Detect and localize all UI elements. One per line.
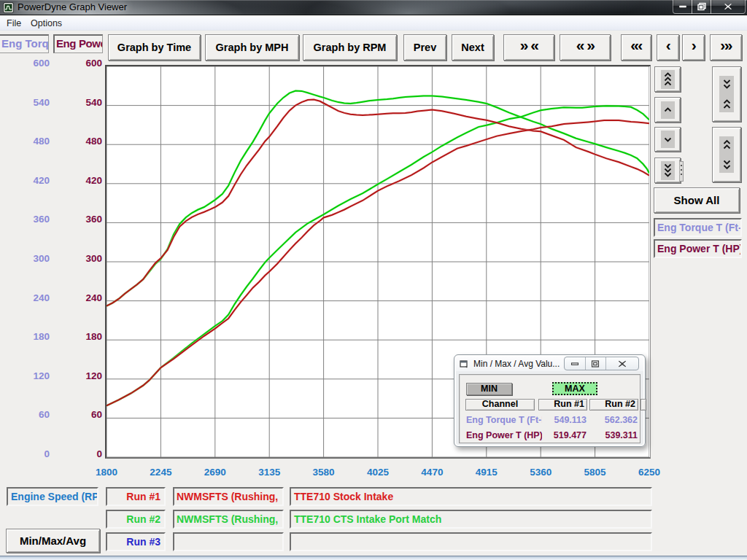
run1-desc-box: TTE710 Stock Intake (290, 487, 652, 506)
graph-by-time-button[interactable]: Graph by Time (108, 34, 201, 61)
x-tick-rpm: 6250 (619, 467, 680, 478)
chevron-up-icon (661, 101, 675, 119)
chevrons-compress-icon (719, 76, 734, 112)
minmax-torque-run1-value: 549.113 (538, 415, 587, 425)
compress-y-button[interactable] (712, 66, 741, 122)
app-logo-icon (3, 2, 14, 13)
minimize-button[interactable] (673, 0, 692, 14)
title-bar: PowerDyne Graph Viewer (0, 0, 747, 15)
channel-box-torque[interactable]: Eng Torque T (Ft-Lbs) (654, 218, 742, 237)
minmax-window[interactable]: Min / Max / Avg Valu... MIN MAX Channel … (454, 354, 646, 447)
x-tick-rpm: 2690 (185, 467, 246, 478)
y-tick-torque: 120 (0, 371, 50, 381)
scroll-up-fast-button[interactable] (654, 66, 681, 92)
chevron-down-icon (661, 131, 675, 148)
minmax-window-controls (564, 357, 639, 370)
max-toggle-button[interactable]: MAX (552, 382, 597, 395)
expand-y-button[interactable] (712, 127, 741, 182)
run2-label-box: Run #2 (106, 510, 166, 529)
tab-eng-torque[interactable]: Eng Torque T (0, 34, 49, 53)
minmax-row-power-label: Eng Power T (HP) (466, 430, 542, 440)
close-icon (724, 3, 732, 11)
y-tick-power: 180 (51, 332, 102, 342)
y-tick-torque: 300 (0, 254, 50, 264)
chevron-triple-up-icon (661, 70, 675, 89)
minmax-row-torque-label: Eng Torque T (Ft-Lbs) (466, 415, 542, 425)
min-toggle-button[interactable]: MIN (466, 383, 512, 395)
scroll-left-button[interactable]: ‹ (657, 34, 679, 61)
menu-file[interactable]: File (4, 18, 23, 29)
hidden-control-sliver (680, 161, 684, 182)
scroll-right-button[interactable]: › (682, 34, 705, 61)
minmax-torque-run2-value: 562.362 (589, 415, 638, 425)
x-tick-rpm: 5360 (510, 467, 571, 478)
x-tick-rpm: 4915 (456, 467, 517, 478)
app-window: PowerDyne Graph Viewer File Options Eng … (0, 0, 747, 560)
channel-box-power[interactable]: Eng Power T (HP) (654, 239, 742, 258)
y-tick-power: 480 (51, 136, 102, 147)
y-tick-torque: 60 (0, 410, 50, 420)
column-header-run1[interactable]: Run #1 (538, 399, 587, 411)
zoom-out-x-button[interactable]: « » (560, 34, 611, 61)
y-tick-power: 540 (51, 98, 102, 108)
zoom-in-x-button[interactable]: » « (503, 34, 554, 61)
show-all-button[interactable]: Show All (654, 187, 740, 213)
scroll-down-fast-button[interactable] (654, 158, 681, 183)
run3-desc-box (290, 532, 652, 551)
scroll-down-button[interactable] (654, 127, 681, 152)
scroll-far-right-button[interactable]: ›» (710, 34, 742, 61)
menu-options[interactable]: Options (28, 18, 64, 29)
run1-label-box: Run #1 (106, 487, 166, 506)
y-tick-torque: 360 (0, 214, 50, 225)
prev-button[interactable]: Prev (403, 34, 446, 61)
y-tick-torque: 480 (0, 136, 50, 147)
minmax-power-run2-value: 539.311 (589, 430, 638, 440)
x-tick-rpm: 2245 (130, 467, 191, 478)
y-tick-torque: 180 (0, 332, 50, 342)
minmax-restore-button[interactable] (585, 357, 606, 370)
y-tick-power: 600 (51, 58, 102, 69)
scroll-far-left-button[interactable]: «‹ (621, 34, 651, 61)
run2-desc-box: TTE710 CTS Intake Port Match (290, 510, 652, 529)
window-bottom-edge (0, 556, 747, 560)
y-tick-torque: 540 (0, 98, 50, 108)
minmax-window-icon (460, 359, 468, 368)
x-tick-rpm: 3135 (239, 467, 300, 478)
close-button[interactable] (711, 0, 746, 14)
minmax-power-run1-value: 519.477 (538, 430, 587, 440)
y-tick-torque: 600 (0, 58, 50, 69)
minmax-close-button[interactable] (605, 357, 638, 370)
minmax-body: MIN MAX Channel Run #1 Run #2 Eng Torque… (459, 374, 640, 443)
column-header-run2[interactable]: Run #2 (589, 399, 638, 411)
chevrons-expand-icon (719, 136, 734, 173)
y-tick-torque: 420 (0, 176, 50, 186)
minmax-window-title: Min / Max / Avg Valu... (473, 359, 560, 369)
x-tick-rpm: 5805 (565, 467, 626, 478)
restore-icon (697, 2, 706, 11)
window-title: PowerDyne Graph Viewer (18, 1, 127, 12)
restore-button[interactable] (692, 0, 711, 14)
y-tick-torque: 240 (0, 293, 50, 303)
minmaxavg-button[interactable]: Min/Max/Avg (6, 529, 100, 553)
minimize-icon (678, 5, 687, 9)
minmax-minimize-icon (570, 360, 578, 367)
x-channel-box[interactable]: Engine Speed (RPM) (7, 487, 98, 506)
graph-by-rpm-button[interactable]: Graph by RPM (303, 34, 397, 61)
scroll-up-button[interactable] (654, 97, 681, 122)
minmax-minimize-button[interactable] (565, 357, 585, 370)
y-tick-power: 300 (51, 254, 102, 264)
x-tick-rpm: 4025 (347, 467, 409, 478)
graph-by-mph-button[interactable]: Graph by MPH (205, 34, 299, 61)
window-controls (673, 0, 746, 14)
column-header-channel[interactable]: Channel (465, 399, 535, 411)
minmax-close-icon (619, 360, 627, 368)
x-tick-rpm: 3580 (293, 467, 355, 478)
run3-label-box: Run #3 (106, 532, 166, 551)
y-tick-power: 240 (51, 293, 102, 303)
tab-eng-power[interactable]: Eng Power T (53, 34, 103, 53)
next-button[interactable]: Next (452, 34, 494, 61)
y-tick-power: 360 (51, 214, 102, 225)
y-tick-power: 60 (51, 410, 102, 420)
minmax-restore-icon (592, 360, 600, 368)
y-tick-power: 420 (51, 176, 102, 186)
